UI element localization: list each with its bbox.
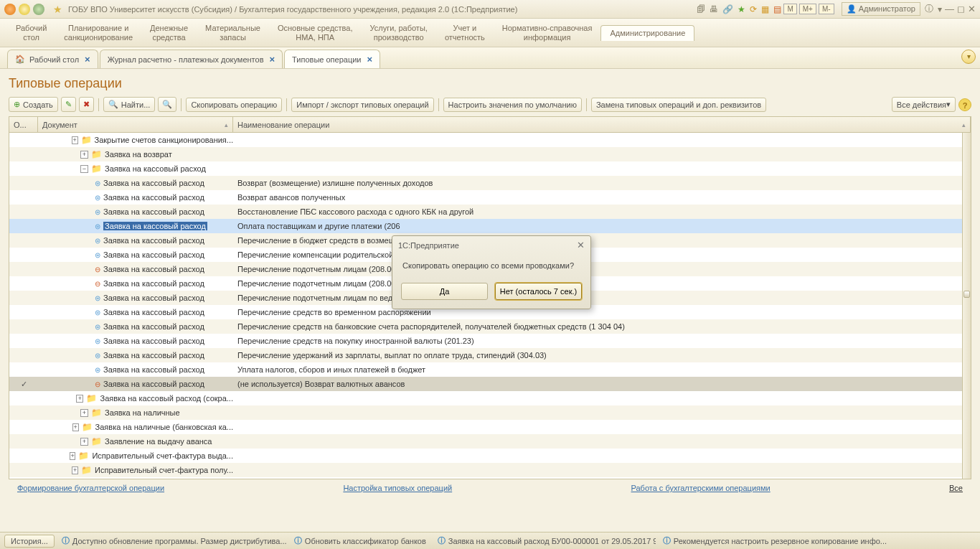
help-icon[interactable]: ? <box>958 98 971 111</box>
tab-close-icon[interactable]: × <box>270 54 275 65</box>
favorite-icon[interactable]: ★ <box>53 4 62 15</box>
tree-expander-icon[interactable]: + <box>72 423 79 431</box>
table-row[interactable]: ⊜Заявка на кассовый расходУплата налогов… <box>9 362 962 377</box>
create-button[interactable]: ⊕Создать <box>9 97 58 112</box>
table-row[interactable]: +📁Заявка на возврат <box>9 147 962 161</box>
status-item[interactable]: ⓘОбновить классификатор банков <box>290 534 430 548</box>
sort-icon: ▴ <box>962 121 966 128</box>
replace-button[interactable]: Замена типовых операций и доп. реквизито… <box>591 98 766 112</box>
main-tab[interactable]: Материальныезапасы <box>197 21 269 45</box>
calculator-icon[interactable]: ▦ <box>761 4 769 14</box>
col-document[interactable]: Документ▴ <box>38 117 233 132</box>
table-row[interactable]: +📁Исправительный счет-фактура полу... <box>9 463 962 477</box>
document-tabs: 🏠Рабочий стол×Журнал расчетно - платежны… <box>0 47 980 69</box>
link-setup-operations[interactable]: Настройка типовых операций <box>343 484 452 492</box>
tree-expander-icon[interactable]: + <box>72 466 78 474</box>
table-row[interactable]: ⊜Заявка на кассовый расходВозврат авансо… <box>9 190 962 205</box>
table-row[interactable]: +📁Исправительный счет-фактура выда... <box>9 449 962 463</box>
scrollbar[interactable] <box>962 133 971 479</box>
table-row[interactable]: ✓⊖Заявка на кассовый расход(не используе… <box>9 377 962 391</box>
maximize-icon[interactable]: ◻ <box>957 4 965 14</box>
document-tab[interactable]: Журнал расчетно - платежных документов× <box>100 50 283 68</box>
yes-button[interactable]: Да <box>401 283 488 300</box>
table-row[interactable]: +📁Исходящее извещение <box>9 477 962 479</box>
m-plus-button[interactable]: M+ <box>799 4 816 14</box>
tab-close-icon[interactable]: × <box>85 54 90 65</box>
tree-expander-icon[interactable]: − <box>80 165 88 173</box>
window-max-icon[interactable] <box>33 4 44 15</box>
status-item[interactable]: ⓘДоступно обновление программы. Размер д… <box>57 534 287 548</box>
tree-expander-icon[interactable]: + <box>80 438 88 446</box>
main-tab[interactable]: Основные средства,НМА, НПА <box>269 21 362 45</box>
info-icon[interactable]: ⓘ <box>925 3 933 15</box>
m-button[interactable]: M <box>783 4 796 14</box>
main-tab[interactable]: Денежныесредства <box>141 21 197 45</box>
table-row[interactable]: ⊜Заявка на кассовый расходВосстановление… <box>9 205 962 219</box>
dialog-close-icon[interactable]: ✕ <box>577 240 585 250</box>
table-row[interactable]: +📁Заявка на наличные (банковская ка... <box>9 420 962 434</box>
table-row[interactable]: ⊜Заявка на кассовый расходПеречисление у… <box>9 348 962 362</box>
table-row[interactable]: ⊜Заявка на кассовый расходПеречисление с… <box>9 334 962 348</box>
dropdown-icon[interactable]: ▾ <box>938 4 942 14</box>
table-row[interactable]: ⊜Заявка на кассовый расходВозврат (возме… <box>9 176 962 190</box>
no-button[interactable]: Нет (осталось 7 сек.) <box>495 283 582 300</box>
main-tab[interactable]: Услуги, работы,производство <box>362 21 436 45</box>
main-tab[interactable]: Учет иотчетность <box>436 21 494 45</box>
table-row[interactable]: +📁Заявка на наличные <box>9 405 962 420</box>
info-icon: ⓘ <box>62 535 70 546</box>
tree-expander-icon[interactable]: + <box>72 136 78 144</box>
delete-button[interactable]: ✖ <box>79 97 94 112</box>
import-export-button[interactable]: Импорт / экспорт типовых операций <box>291 98 433 112</box>
history-icon[interactable]: ⟳ <box>750 4 757 14</box>
m-minus-button[interactable]: M- <box>819 4 834 14</box>
calendar-icon[interactable]: ▤ <box>773 4 781 14</box>
status-item[interactable]: ⓘЗаявка на кассовый расход БУ00-000001 о… <box>433 534 656 548</box>
operation-text: Перечисление средств на покупку иностран… <box>233 337 962 345</box>
toolbar-icon[interactable]: 🗐 <box>697 4 705 14</box>
scrollbar-thumb[interactable] <box>963 291 970 298</box>
link-work-operations[interactable]: Работа с бухгалтерскими операциями <box>631 484 771 492</box>
window-close-icon[interactable] <box>4 4 16 15</box>
link-all[interactable]: Все <box>949 484 963 492</box>
favorite-star-icon[interactable]: ★ <box>738 4 745 14</box>
main-tab[interactable]: Рабочийстол <box>7 21 55 45</box>
tree-expander-icon[interactable]: + <box>70 452 76 460</box>
table-row[interactable]: +📁Закрытие счетов санкционирования... <box>9 133 962 147</box>
document-tab[interactable]: 🏠Рабочий стол× <box>7 50 98 68</box>
col-mark[interactable]: О... <box>9 117 38 132</box>
toolbar-icon[interactable]: 🔗 <box>722 4 733 14</box>
table-row[interactable]: ⊜Заявка на кассовый расходПеречисление с… <box>9 319 962 334</box>
folder-icon: 📁 <box>91 436 102 446</box>
link-form-operation[interactable]: Формирование бухгалтерской операции <box>17 484 164 492</box>
toolbar-icon[interactable]: 🖶 <box>710 4 718 14</box>
find-label: Найти... <box>121 100 151 109</box>
main-tab[interactable]: Администрирование <box>600 25 694 41</box>
tree-expander-icon[interactable]: + <box>80 409 88 417</box>
document-tab[interactable]: Типовые операции× <box>284 50 380 68</box>
table-row[interactable]: +📁Заявка на кассовый расход (сокра... <box>9 391 962 405</box>
tree-expander-icon[interactable]: + <box>80 151 88 159</box>
main-tab[interactable]: Планирование исанкционирование <box>55 21 141 45</box>
expand-tabs-icon[interactable]: ▾ <box>961 50 976 64</box>
find-button[interactable]: 🔍Найти... <box>103 97 156 112</box>
table-row[interactable]: ⊜Заявка на кассовый расходОплата поставщ… <box>9 219 962 233</box>
clear-find-button[interactable]: 🔍 <box>158 97 176 112</box>
tree-expander-icon[interactable]: + <box>76 395 83 403</box>
row-document: +📁Исправительный счет-фактура выда... <box>38 451 233 461</box>
table-row[interactable]: +📁Заявление на выдачу аванса <box>9 434 962 449</box>
row-document: ⊖Заявка на кассовый расход <box>38 265 233 273</box>
tab-close-icon[interactable]: × <box>367 54 373 65</box>
col-operation[interactable]: Наименование операции▴ <box>233 117 971 132</box>
minimize-icon[interactable]: — <box>945 4 954 14</box>
close-icon[interactable]: ✕ <box>968 4 976 14</box>
all-actions-button[interactable]: Все действия ▾ <box>892 97 956 112</box>
copy-operation-button[interactable]: Скопировать операцию <box>186 98 282 112</box>
edit-button[interactable]: ✎ <box>61 97 76 112</box>
status-item[interactable]: ⓘРекомендуется настроить резервное копир… <box>659 534 891 548</box>
window-min-icon[interactable] <box>19 4 30 15</box>
history-button[interactable]: История... <box>4 535 55 548</box>
main-tab[interactable]: Нормативно-справочнаяинформация <box>494 21 601 45</box>
defaults-button[interactable]: Настроить значения по умолчанию <box>443 98 582 112</box>
table-row[interactable]: −📁Заявка на кассовый расход <box>9 161 962 176</box>
user-button[interactable]: 👤 Администратор <box>842 2 920 16</box>
